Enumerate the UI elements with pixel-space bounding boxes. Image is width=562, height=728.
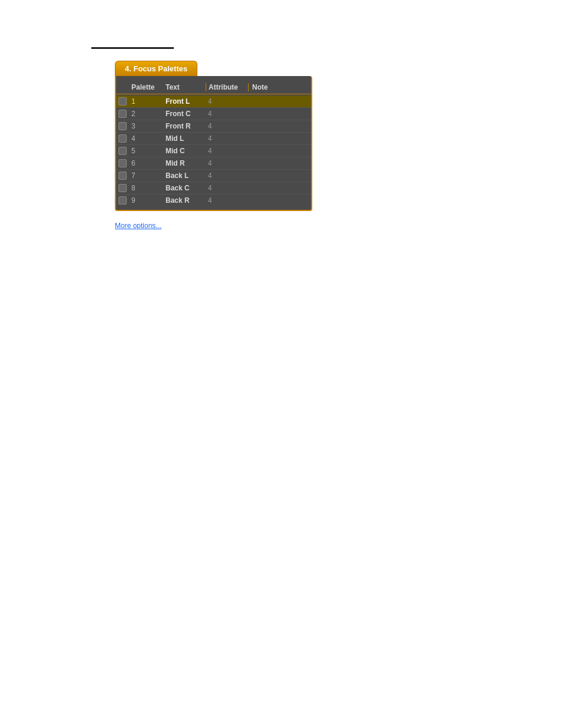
row-text-value: Front L (163, 97, 206, 106)
row-attribute-value: 4 (206, 159, 248, 167)
row-attribute-value: 4 (206, 147, 248, 155)
table-row[interactable]: 3 Front R 4 (116, 120, 311, 133)
swatch-color-box (118, 110, 127, 118)
row-swatch (116, 184, 129, 192)
swatch-color-box (118, 134, 127, 143)
row-palette-number: 8 (129, 184, 163, 192)
row-text-value: Back C (163, 184, 206, 192)
swatch-color-box (118, 159, 127, 167)
row-swatch (116, 134, 129, 143)
row-palette-number: 4 (129, 134, 163, 143)
row-palette-number: 3 (129, 122, 163, 130)
table-row[interactable]: 7 Back L 4 (116, 170, 311, 182)
swatch-color-box (118, 172, 127, 180)
panel-body: Palette Text Attribute Note 1 Front L 4 … (115, 76, 312, 211)
table-row[interactable]: 8 Back C 4 (116, 182, 311, 195)
page: 4. Focus Palettes Palette Text Attribute… (0, 0, 562, 728)
table-row[interactable]: 1 Front L 4 (116, 95, 311, 108)
palette-column-header: Palette (129, 83, 163, 91)
swatch-color-box (118, 196, 127, 205)
row-text-value: Back L (163, 172, 206, 180)
row-attribute-value: 4 (206, 97, 248, 106)
row-attribute-value: 4 (206, 172, 248, 180)
table-header: Palette Text Attribute Note (116, 81, 311, 94)
panel-tab-label[interactable]: 4. Focus Palettes (115, 61, 197, 76)
row-palette-number: 7 (129, 172, 163, 180)
swatch-color-box (118, 147, 127, 155)
row-attribute-value: 4 (206, 122, 248, 130)
table-row[interactable]: 2 Front C 4 (116, 108, 311, 120)
row-palette-number: 1 (129, 97, 163, 106)
row-text-value: Back R (163, 196, 206, 205)
row-swatch (116, 147, 129, 155)
row-text-value: Front C (163, 110, 206, 118)
bottom-link[interactable]: More options... (115, 222, 562, 230)
row-text-value: Mid R (163, 159, 206, 167)
row-swatch (116, 97, 129, 106)
table-row[interactable]: 5 Mid C 4 (116, 145, 311, 157)
swatch-color-box (118, 122, 127, 130)
row-attribute-value: 4 (206, 184, 248, 192)
row-text-value: Front R (163, 122, 206, 130)
attribute-column-header: Attribute (206, 83, 248, 91)
row-palette-number: 2 (129, 110, 163, 118)
row-palette-number: 6 (129, 159, 163, 167)
row-palette-number: 5 (129, 147, 163, 155)
row-swatch (116, 159, 129, 167)
row-swatch (116, 196, 129, 205)
row-attribute-value: 4 (206, 134, 248, 143)
swatch-color-box (118, 97, 127, 106)
swatch-color-box (118, 184, 127, 192)
table-row[interactable]: 4 Mid L 4 (116, 133, 311, 145)
focus-palettes-panel: 4. Focus Palettes Palette Text Attribute… (115, 61, 312, 211)
row-text-value: Mid L (163, 134, 206, 143)
row-attribute-value: 4 (206, 110, 248, 118)
table-row[interactable]: 9 Back R 4 (116, 195, 311, 206)
row-swatch (116, 172, 129, 180)
row-swatch (116, 122, 129, 130)
row-swatch (116, 110, 129, 118)
table-rows: 1 Front L 4 2 Front C 4 3 Front R 4 4 Mi… (116, 95, 311, 206)
note-column-header: Note (248, 83, 283, 91)
table-row[interactable]: 6 Mid R 4 (116, 157, 311, 170)
text-column-header: Text (163, 83, 206, 91)
row-palette-number: 9 (129, 196, 163, 205)
row-attribute-value: 4 (206, 196, 248, 205)
row-text-value: Mid C (163, 147, 206, 155)
top-divider (91, 47, 174, 49)
